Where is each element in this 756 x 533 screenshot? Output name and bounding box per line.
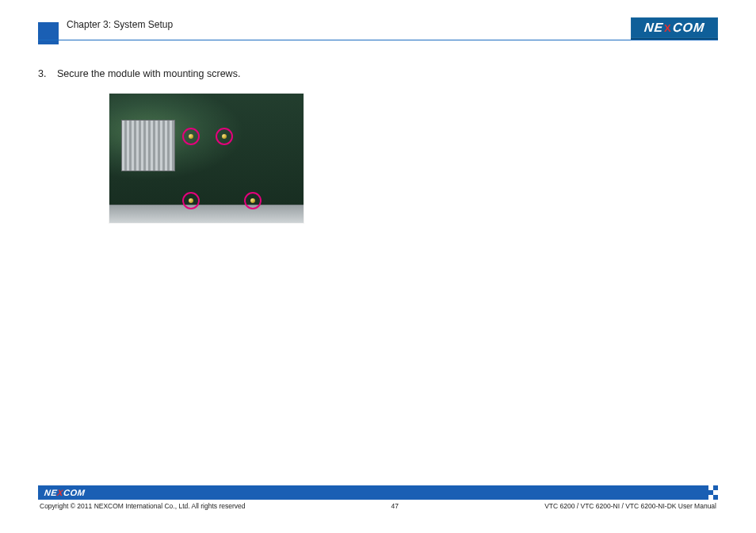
footer-bar-wrap: NEXCOM <box>38 485 718 500</box>
figure-photo <box>109 94 304 223</box>
header-rule <box>38 40 718 40</box>
heatsink-icon <box>121 120 176 171</box>
step-line: 3. Secure the module with mounting screw… <box>38 68 718 79</box>
step-number: 3. <box>38 68 49 79</box>
brand-post: COM <box>672 21 705 35</box>
nexcom-logo-icon: NEXCOM <box>631 17 718 38</box>
screw-dot-icon <box>189 198 193 203</box>
page-body: 3. Secure the module with mounting screw… <box>38 68 718 470</box>
page-number: 47 <box>391 502 399 510</box>
brand-text: NEXCOM <box>643 21 705 35</box>
copyright-text: Copyright © 2011 NEXCOM International Co… <box>40 502 246 510</box>
brand-badge: NEXCOM <box>631 17 718 38</box>
header-blue-tab <box>38 22 59 44</box>
footer-brand-text: NEXCOM <box>44 488 86 497</box>
step-text: Secure the module with mounting screws. <box>57 68 240 79</box>
footer-meta: Copyright © 2011 NEXCOM International Co… <box>38 502 718 510</box>
screw-dot-icon <box>189 134 193 139</box>
brand-pre: NE <box>643 21 664 35</box>
screw-dot-icon <box>222 134 227 139</box>
chapter-title: Chapter 3: System Setup <box>67 17 173 30</box>
footer-end-squares-icon <box>708 485 718 500</box>
chassis-edge <box>109 205 304 223</box>
screw-marker-icon <box>182 192 200 209</box>
screw-dot-icon <box>250 198 255 203</box>
page-footer: NEXCOM Copyright © 2011 NEXCOM Internati… <box>38 485 718 516</box>
footer-bar: NEXCOM <box>38 485 708 500</box>
screw-marker-icon <box>216 128 233 145</box>
screw-marker-icon <box>244 192 262 209</box>
screw-marker-icon <box>182 128 200 145</box>
brand-x: X <box>663 22 673 34</box>
footer-brand-pre: NE <box>44 488 58 497</box>
document-title: VTC 6200 / VTC 6200-NI / VTC 6200-NI-DK … <box>544 502 716 510</box>
footer-brand-post: COM <box>63 488 85 497</box>
